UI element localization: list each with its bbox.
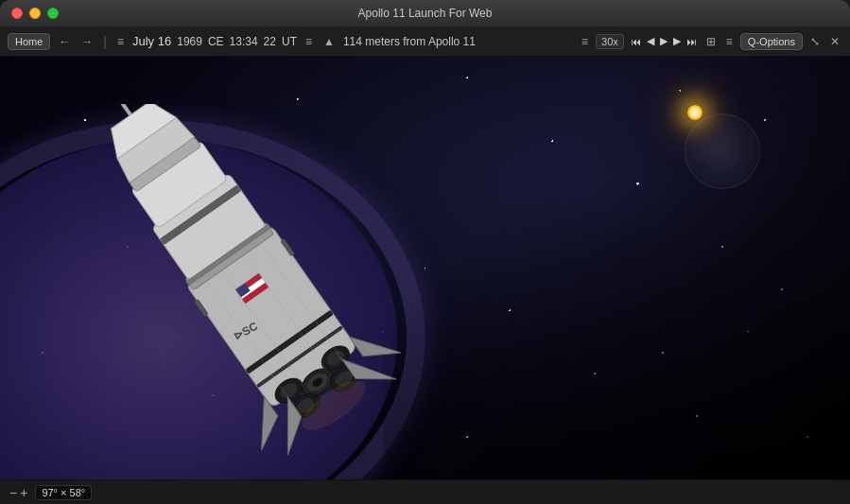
toolbar-distance: 114 meters from Apollo 11 (343, 35, 476, 48)
separator-1: | (103, 34, 107, 49)
rewind-button[interactable]: ⏮ (629, 35, 643, 48)
zoom-minus-button[interactable]: − (9, 486, 17, 499)
home-button[interactable]: Home (8, 33, 50, 50)
rocket-svg: ⊳SC (57, 104, 454, 479)
toolbar-date: July 16 (132, 34, 171, 48)
traffic-lights (11, 8, 59, 19)
status-bar: − + 97° × 58° (0, 479, 850, 504)
zoom-display: 30x (596, 34, 624, 49)
toolbar-time: 13:34 (230, 35, 258, 48)
main-viewport[interactable]: ⊳SC (0, 57, 850, 479)
title-bar: Apollo 11 Launch For Web (0, 0, 850, 26)
back-arrow-icon[interactable]: ← (56, 33, 73, 50)
toolbar-year: 1969 (177, 35, 202, 48)
close-button[interactable] (11, 8, 23, 19)
forward-arrow-icon[interactable]: → (78, 33, 95, 50)
coordinates-display: 97° × 58° (35, 485, 92, 500)
maximize-button[interactable] (47, 8, 59, 19)
toolbar: Home ← → | ≡ July 16 1969 CE 13:34 22 UT… (0, 26, 850, 57)
step-back-button[interactable]: ◀ (645, 34, 656, 48)
rocket-container: ⊳SC (57, 104, 454, 479)
step-forward-button[interactable]: ▶ (671, 34, 683, 48)
window-close-icon[interactable]: ✕ (827, 33, 842, 50)
fast-forward-button[interactable]: ⏭ (685, 35, 699, 48)
minimize-button[interactable] (29, 8, 41, 19)
playback-controls: ⏮ ◀ ▶ ▶ ⏭ (629, 34, 699, 48)
menu-icon[interactable]: ≡ (303, 33, 315, 50)
q-options-button[interactable]: Q-Options (740, 33, 803, 50)
zoom-controls: − + (9, 486, 27, 499)
hamburger-icon[interactable]: ≡ (114, 33, 127, 50)
sun-core (687, 105, 703, 120)
menu-lines-icon[interactable]: ≡ (723, 33, 736, 50)
window-title: Apollo 11 Launch For Web (358, 7, 493, 20)
window-expand-icon[interactable]: ⤡ (807, 33, 823, 50)
play-button[interactable]: ▶ (658, 34, 669, 48)
lens-flare (685, 113, 760, 189)
toolbar-calendar: CE (208, 35, 224, 48)
grid-view-icon[interactable]: ⊞ (703, 33, 719, 50)
svg-line-5 (109, 104, 130, 115)
menu-right-icon[interactable]: ≡ (579, 33, 591, 50)
zoom-plus-button[interactable]: + (20, 486, 27, 499)
toolbar-tz: UT (282, 35, 297, 48)
toolbar-tz-offset: 22 (264, 35, 276, 48)
triangle-icon[interactable]: ▲ (321, 33, 338, 50)
toolbar-right-controls: ≡ 30x ⏮ ◀ ▶ ▶ ⏭ ⊞ ≡ Q-Options ⤡ ✕ (579, 33, 842, 50)
